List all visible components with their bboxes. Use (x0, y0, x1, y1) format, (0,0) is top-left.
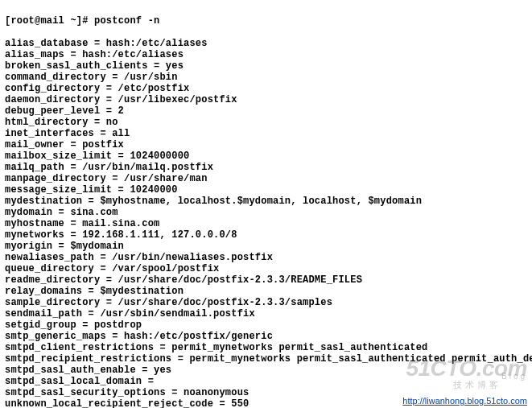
config-line: alias_maps = hash:/etc/aliases (5, 49, 527, 60)
config-line: config_directory = /etc/postfix (5, 83, 527, 94)
config-line: sample_directory = /usr/share/doc/postfi… (5, 297, 527, 308)
terminal-output[interactable]: [root@mail ~]# postconf -n alias_databas… (0, 0, 532, 408)
config-line: myorigin = $mydomain (5, 241, 527, 252)
config-line: myhostname = mail.sina.com (5, 218, 527, 229)
config-line: mail_owner = postfix (5, 139, 527, 150)
config-line: smtpd_sasl_local_domain = (5, 376, 527, 387)
config-line: queue_directory = /var/spool/postfix (5, 263, 527, 274)
config-line: mydomain = sina.com (5, 207, 527, 218)
config-line: sendmail_path = /usr/sbin/sendmail.postf… (5, 308, 527, 319)
config-line: alias_database = hash:/etc/aliases (5, 38, 527, 49)
config-line: broken_sasl_auth_clients = yes (5, 60, 527, 72)
config-line: mailbox_size_limit = 1024000000 (5, 150, 527, 162)
config-line: smtpd_recipient_restrictions = permit_my… (5, 353, 527, 365)
config-line: smtpd_sasl_auth_enable = yes (5, 365, 527, 376)
config-line: setgid_group = postdrop (5, 319, 527, 331)
config-line: message_size_limit = 10240000 (5, 184, 527, 196)
config-line: smtp_generic_maps = hash:/etc/postfix/ge… (5, 331, 527, 342)
source-link[interactable]: http://liwanhong.blog.51cto.com (402, 395, 527, 406)
command-text: postconf -n (94, 15, 159, 27)
config-line: command_directory = /usr/sbin (5, 72, 527, 83)
config-line: inet_interfaces = all (5, 128, 527, 139)
command-line: [root@mail ~]# postconf -n (5, 15, 527, 27)
postconf-output: alias_database = hash:/etc/aliasesalias_… (5, 38, 527, 408)
config-line: mydestination = $myhostname, localhost.$… (5, 196, 527, 207)
shell-prompt: [root@mail ~]# (5, 15, 94, 27)
config-line: daemon_directory = /usr/libexec/postfix (5, 94, 527, 105)
config-line: newaliases_path = /usr/bin/newaliases.po… (5, 252, 527, 263)
config-line: readme_directory = /usr/share/doc/postfi… (5, 274, 527, 286)
config-line: smtpd_client_restrictions = permit_mynet… (5, 342, 527, 353)
config-line: manpage_directory = /usr/share/man (5, 173, 527, 184)
config-line: debug_peer_level = 2 (5, 105, 527, 117)
config-line: mynetworks = 192.168.1.111, 127.0.0.0/8 (5, 229, 527, 241)
config-line: html_directory = no (5, 117, 527, 128)
config-line: mailq_path = /usr/bin/mailq.postfix (5, 162, 527, 173)
config-line: relay_domains = $mydestination (5, 286, 527, 297)
